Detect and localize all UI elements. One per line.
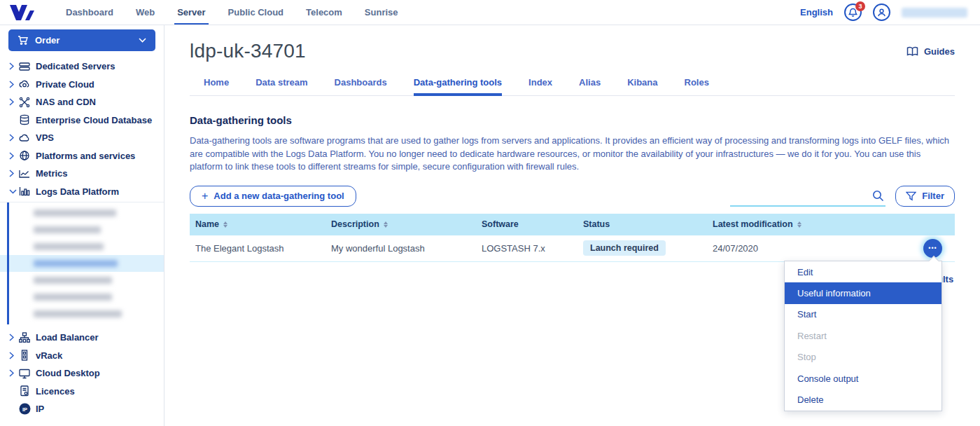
sidebar-item-platforms-and-services[interactable]: Platforms and services bbox=[0, 147, 164, 165]
logs-icon bbox=[19, 186, 32, 197]
sidebar-item-ip[interactable]: IP IP bbox=[0, 400, 164, 418]
tab-data-gathering-tools[interactable]: Data-gathering tools bbox=[414, 70, 502, 95]
sidebar-item-metrics[interactable]: Metrics bbox=[0, 165, 164, 183]
sidebar-item-enterprise-cloud-database[interactable]: Enterprise Cloud Database bbox=[0, 111, 164, 130]
sidebar-item-label: Cloud Desktop bbox=[36, 368, 100, 378]
sidebar-item-cloud-desktop[interactable]: Cloud Desktop bbox=[0, 364, 164, 383]
sort-icon[interactable] bbox=[797, 221, 802, 228]
column-header-description[interactable]: Description bbox=[331, 219, 379, 229]
sidebar-item-vps[interactable]: VPS bbox=[0, 129, 164, 147]
logs-data-platform-submenu bbox=[0, 202, 164, 324]
column-header-status: Status bbox=[583, 219, 610, 229]
page-title: ldp-uk-34701 bbox=[190, 40, 306, 62]
guides-button[interactable]: Guides bbox=[906, 46, 955, 57]
tab-data-stream[interactable]: Data stream bbox=[255, 70, 307, 95]
order-button-label: Order bbox=[35, 35, 59, 46]
cart-icon bbox=[18, 35, 29, 46]
cell-latest-modification: 24/07/2020 bbox=[713, 243, 758, 254]
filter-button[interactable]: Filter bbox=[895, 186, 955, 207]
table-header-row: Name Description Software Status Latest … bbox=[190, 214, 955, 235]
sidebar-item-dedicated-servers[interactable]: Dedicated Servers bbox=[0, 57, 164, 76]
tab-home[interactable]: Home bbox=[204, 70, 229, 95]
vrack-icon bbox=[19, 350, 32, 361]
submenu-item-redacted-selected[interactable] bbox=[0, 255, 164, 272]
sidebar-item-label: IP bbox=[36, 404, 44, 414]
chevron-right-icon bbox=[9, 62, 19, 70]
cloud-desktop-icon bbox=[19, 368, 32, 379]
load-balancer-icon bbox=[19, 332, 32, 343]
sidebar-item-label: Metrics bbox=[36, 168, 68, 179]
account-name-redacted[interactable] bbox=[902, 8, 967, 18]
sidebar-item-load-balancer[interactable]: Load Balancer bbox=[0, 329, 164, 347]
filter-icon bbox=[906, 191, 916, 201]
cell-software: LOGSTASH 7.x bbox=[482, 243, 545, 254]
tab-alias[interactable]: Alias bbox=[579, 70, 601, 95]
tab-index[interactable]: Index bbox=[528, 70, 552, 95]
account-button[interactable] bbox=[873, 4, 890, 21]
plus-icon: + bbox=[202, 190, 208, 202]
data-gathering-tools-table: Name Description Software Status Latest … bbox=[190, 214, 955, 262]
menu-item-useful-information[interactable]: Useful information bbox=[785, 282, 941, 303]
tab-roles[interactable]: Roles bbox=[685, 70, 709, 95]
submenu-item-redacted[interactable] bbox=[0, 289, 164, 305]
sidebar-item-licences[interactable]: Licences bbox=[0, 383, 164, 401]
book-icon bbox=[906, 46, 918, 57]
submenu-item-redacted[interactable] bbox=[0, 221, 164, 238]
menu-item-delete[interactable]: Delete bbox=[785, 389, 941, 410]
topnav-item-sunrise[interactable]: Sunrise bbox=[354, 0, 410, 25]
row-actions-button[interactable]: ••• bbox=[923, 239, 942, 258]
menu-item-start[interactable]: Start bbox=[785, 304, 941, 325]
topnav-item-web[interactable]: Web bbox=[125, 0, 166, 25]
column-header-name[interactable]: Name bbox=[195, 219, 219, 229]
user-icon bbox=[877, 8, 886, 17]
database-icon bbox=[19, 114, 32, 125]
notifications-button[interactable]: 3 bbox=[844, 4, 862, 21]
table-row: The Elegant Logstash My wonderful Logsta… bbox=[190, 235, 955, 262]
sidebar-item-logs-data-platform[interactable]: Logs Data Platform bbox=[0, 183, 164, 201]
vps-icon bbox=[19, 132, 32, 144]
cell-name: The Elegant Logstash bbox=[195, 243, 284, 254]
sidebar-item-label: Licences bbox=[36, 386, 75, 397]
order-button[interactable]: Order bbox=[8, 29, 155, 51]
ip-icon: IP bbox=[19, 403, 32, 415]
topnav-item-server[interactable]: Server bbox=[166, 0, 216, 25]
metrics-icon bbox=[19, 168, 32, 179]
sidebar-item-label: Logs Data Platform bbox=[36, 186, 119, 197]
language-selector[interactable]: English bbox=[800, 7, 833, 18]
submenu-active-bar bbox=[7, 202, 9, 324]
topnav-item-dashboard[interactable]: Dashboard bbox=[55, 0, 125, 25]
sidebar-item-label: Private Cloud bbox=[36, 79, 94, 90]
menu-item-edit[interactable]: Edit bbox=[785, 261, 941, 282]
submenu-item-redacted[interactable] bbox=[0, 272, 164, 289]
submenu-item-redacted[interactable] bbox=[0, 205, 164, 221]
sort-icon[interactable] bbox=[384, 221, 388, 228]
tab-dashboards[interactable]: Dashboards bbox=[335, 70, 387, 95]
topnav-item-public-cloud[interactable]: Public Cloud bbox=[217, 0, 295, 25]
svg-text:IP: IP bbox=[22, 406, 27, 413]
add-data-gathering-tool-button[interactable]: + Add a new data-gathering tool bbox=[190, 186, 356, 207]
chevron-right-icon bbox=[9, 152, 19, 160]
sort-icon[interactable] bbox=[223, 221, 227, 228]
sidebar-item-vrack[interactable]: vRack bbox=[0, 347, 164, 365]
sidebar-item-nas-and-cdn[interactable]: NAS and CDN bbox=[0, 93, 164, 111]
sidebar-item-private-cloud[interactable]: Private Cloud bbox=[0, 76, 164, 94]
sidebar-nav: Dedicated Servers Private Cloud NAS and … bbox=[0, 57, 164, 418]
chevron-right-icon bbox=[9, 134, 19, 142]
search-icon[interactable] bbox=[872, 190, 884, 202]
tab-kibana[interactable]: Kibana bbox=[627, 70, 657, 95]
search-input[interactable] bbox=[730, 187, 886, 205]
nas-cdn-icon bbox=[19, 97, 32, 108]
submenu-item-redacted[interactable] bbox=[0, 305, 164, 322]
sidebar-item-label: Enterprise Cloud Database bbox=[36, 115, 152, 125]
filter-button-label: Filter bbox=[922, 191, 944, 201]
sidebar-item-label: Platforms and services bbox=[36, 151, 135, 161]
add-button-label: Add a new data-gathering tool bbox=[214, 191, 344, 201]
menu-item-console-output[interactable]: Console output bbox=[785, 368, 941, 389]
ovhcloud-logo-icon[interactable] bbox=[8, 3, 36, 22]
chevron-right-icon bbox=[9, 334, 19, 341]
submenu-item-redacted[interactable] bbox=[0, 238, 164, 255]
licences-icon bbox=[19, 385, 32, 397]
chevron-right-icon bbox=[9, 170, 19, 177]
column-header-latest-modification[interactable]: Latest modification bbox=[713, 219, 793, 229]
topnav-item-telecom[interactable]: Telecom bbox=[295, 0, 354, 25]
